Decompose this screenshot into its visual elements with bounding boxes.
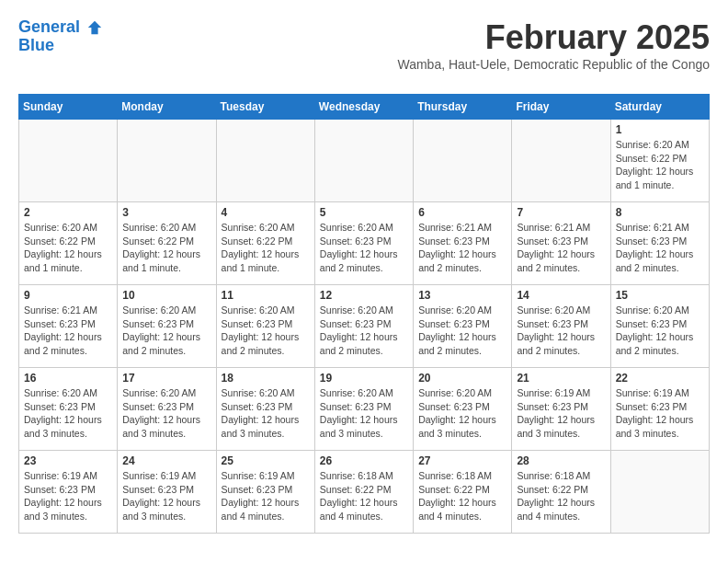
day-info: Sunrise: 6:21 AM Sunset: 6:23 PM Dayligh… <box>418 221 506 275</box>
day-number: 3 <box>122 206 210 219</box>
day-info: Sunrise: 6:21 AM Sunset: 6:23 PM Dayligh… <box>616 221 704 275</box>
calendar-header-tuesday: Tuesday <box>216 95 314 120</box>
day-number: 28 <box>517 454 605 467</box>
day-info: Sunrise: 6:20 AM Sunset: 6:22 PM Dayligh… <box>616 138 704 192</box>
day-info: Sunrise: 6:20 AM Sunset: 6:23 PM Dayligh… <box>616 304 704 358</box>
month-title: February 2025 <box>397 18 710 57</box>
day-number: 9 <box>24 289 112 302</box>
logo-line2: Blue <box>18 36 54 54</box>
calendar-cell <box>512 120 610 202</box>
day-number: 12 <box>320 289 408 302</box>
calendar-cell: 25Sunrise: 6:19 AM Sunset: 6:23 PM Dayli… <box>216 451 314 534</box>
calendar-cell: 3Sunrise: 6:20 AM Sunset: 6:22 PM Daylig… <box>118 202 216 285</box>
day-info: Sunrise: 6:19 AM Sunset: 6:23 PM Dayligh… <box>616 386 704 441</box>
day-info: Sunrise: 6:20 AM Sunset: 6:23 PM Dayligh… <box>320 221 408 275</box>
logo-line1: General <box>18 17 80 36</box>
day-number: 18 <box>222 372 310 385</box>
calendar-cell: 6Sunrise: 6:21 AM Sunset: 6:23 PM Daylig… <box>414 202 512 285</box>
day-number: 21 <box>517 372 605 385</box>
location-title: Wamba, Haut-Uele, Democratic Republic of… <box>397 57 710 72</box>
day-info: Sunrise: 6:19 AM Sunset: 6:23 PM Dayligh… <box>222 469 310 523</box>
calendar-cell <box>118 120 216 202</box>
day-info: Sunrise: 6:19 AM Sunset: 6:23 PM Dayligh… <box>122 469 210 523</box>
day-info: Sunrise: 6:20 AM Sunset: 6:23 PM Dayligh… <box>122 304 210 358</box>
calendar-cell: 26Sunrise: 6:18 AM Sunset: 6:22 PM Dayli… <box>314 451 413 534</box>
day-number: 23 <box>24 454 112 467</box>
calendar-cell: 23Sunrise: 6:19 AM Sunset: 6:23 PM Dayli… <box>19 451 118 534</box>
day-info: Sunrise: 6:18 AM Sunset: 6:22 PM Dayligh… <box>418 469 506 523</box>
calendar-cell: 27Sunrise: 6:18 AM Sunset: 6:22 PM Dayli… <box>414 451 512 534</box>
calendar-cell: 11Sunrise: 6:20 AM Sunset: 6:23 PM Dayli… <box>216 285 314 368</box>
day-number: 14 <box>517 289 605 302</box>
day-info: Sunrise: 6:20 AM Sunset: 6:23 PM Dayligh… <box>222 386 310 441</box>
day-number: 19 <box>320 372 408 385</box>
day-number: 13 <box>418 289 506 302</box>
calendar-cell: 21Sunrise: 6:19 AM Sunset: 6:23 PM Dayli… <box>512 368 610 451</box>
calendar-cell: 10Sunrise: 6:20 AM Sunset: 6:23 PM Dayli… <box>118 285 216 368</box>
calendar-cell: 2Sunrise: 6:20 AM Sunset: 6:22 PM Daylig… <box>19 202 118 285</box>
day-info: Sunrise: 6:20 AM Sunset: 6:23 PM Dayligh… <box>418 386 506 441</box>
calendar-cell: 7Sunrise: 6:21 AM Sunset: 6:23 PM Daylig… <box>512 202 610 285</box>
day-number: 16 <box>24 372 112 385</box>
day-number: 22 <box>616 372 704 385</box>
day-number: 7 <box>517 206 605 219</box>
day-info: Sunrise: 6:18 AM Sunset: 6:22 PM Dayligh… <box>320 469 408 523</box>
calendar-cell: 1Sunrise: 6:20 AM Sunset: 6:22 PM Daylig… <box>610 120 709 202</box>
calendar-cell: 28Sunrise: 6:18 AM Sunset: 6:22 PM Dayli… <box>512 451 610 534</box>
day-number: 5 <box>320 206 408 219</box>
day-info: Sunrise: 6:20 AM Sunset: 6:22 PM Dayligh… <box>122 221 210 275</box>
calendar-cell: 17Sunrise: 6:20 AM Sunset: 6:23 PM Dayli… <box>118 368 216 451</box>
day-info: Sunrise: 6:21 AM Sunset: 6:23 PM Dayligh… <box>24 304 112 358</box>
calendar-cell: 14Sunrise: 6:20 AM Sunset: 6:23 PM Dayli… <box>512 285 610 368</box>
day-number: 20 <box>418 372 506 385</box>
day-number: 1 <box>616 123 704 136</box>
day-info: Sunrise: 6:20 AM Sunset: 6:22 PM Dayligh… <box>24 221 112 275</box>
day-number: 10 <box>122 289 210 302</box>
calendar-header-sunday: Sunday <box>19 95 118 120</box>
day-number: 24 <box>122 454 210 467</box>
calendar-cell: 19Sunrise: 6:20 AM Sunset: 6:23 PM Dayli… <box>314 368 413 451</box>
day-info: Sunrise: 6:20 AM Sunset: 6:23 PM Dayligh… <box>24 386 112 441</box>
day-info: Sunrise: 6:20 AM Sunset: 6:23 PM Dayligh… <box>122 386 210 441</box>
day-number: 27 <box>418 454 506 467</box>
day-info: Sunrise: 6:19 AM Sunset: 6:23 PM Dayligh… <box>24 469 112 523</box>
day-info: Sunrise: 6:21 AM Sunset: 6:23 PM Dayligh… <box>517 221 605 275</box>
calendar-cell: 12Sunrise: 6:20 AM Sunset: 6:23 PM Dayli… <box>314 285 413 368</box>
calendar-cell <box>216 120 314 202</box>
calendar-header-friday: Friday <box>512 95 610 120</box>
svg-marker-0 <box>88 21 101 34</box>
calendar-cell <box>414 120 512 202</box>
calendar-cell: 24Sunrise: 6:19 AM Sunset: 6:23 PM Dayli… <box>118 451 216 534</box>
day-info: Sunrise: 6:20 AM Sunset: 6:22 PM Dayligh… <box>222 221 310 275</box>
calendar-cell: 18Sunrise: 6:20 AM Sunset: 6:23 PM Dayli… <box>216 368 314 451</box>
calendar-cell: 5Sunrise: 6:20 AM Sunset: 6:23 PM Daylig… <box>314 202 413 285</box>
day-number: 26 <box>320 454 408 467</box>
day-number: 8 <box>616 206 704 219</box>
day-number: 11 <box>222 289 310 302</box>
calendar-cell: 8Sunrise: 6:21 AM Sunset: 6:23 PM Daylig… <box>610 202 709 285</box>
day-info: Sunrise: 6:20 AM Sunset: 6:23 PM Dayligh… <box>418 304 506 358</box>
calendar-cell: 4Sunrise: 6:20 AM Sunset: 6:22 PM Daylig… <box>216 202 314 285</box>
calendar-header-thursday: Thursday <box>414 95 512 120</box>
calendar-cell <box>610 451 709 534</box>
calendar-cell: 22Sunrise: 6:19 AM Sunset: 6:23 PM Dayli… <box>610 368 709 451</box>
calendar-cell: 20Sunrise: 6:20 AM Sunset: 6:23 PM Dayli… <box>414 368 512 451</box>
day-info: Sunrise: 6:20 AM Sunset: 6:23 PM Dayligh… <box>222 304 310 358</box>
day-number: 17 <box>122 372 210 385</box>
day-info: Sunrise: 6:18 AM Sunset: 6:22 PM Dayligh… <box>517 469 605 523</box>
day-info: Sunrise: 6:20 AM Sunset: 6:23 PM Dayligh… <box>517 304 605 358</box>
calendar-header-wednesday: Wednesday <box>314 95 413 120</box>
calendar-cell <box>19 120 118 202</box>
day-info: Sunrise: 6:20 AM Sunset: 6:23 PM Dayligh… <box>320 304 408 358</box>
calendar-cell: 15Sunrise: 6:20 AM Sunset: 6:23 PM Dayli… <box>610 285 709 368</box>
calendar-header-monday: Monday <box>118 95 216 120</box>
calendar-table: SundayMondayTuesdayWednesdayThursdayFrid… <box>18 94 710 534</box>
day-number: 25 <box>222 454 310 467</box>
calendar-cell <box>314 120 413 202</box>
logo: General Blue <box>18 18 103 55</box>
calendar-cell: 16Sunrise: 6:20 AM Sunset: 6:23 PM Dayli… <box>19 368 118 451</box>
day-number: 2 <box>24 206 112 219</box>
day-number: 15 <box>616 289 704 302</box>
day-info: Sunrise: 6:20 AM Sunset: 6:23 PM Dayligh… <box>320 386 408 441</box>
calendar-cell: 13Sunrise: 6:20 AM Sunset: 6:23 PM Dayli… <box>414 285 512 368</box>
